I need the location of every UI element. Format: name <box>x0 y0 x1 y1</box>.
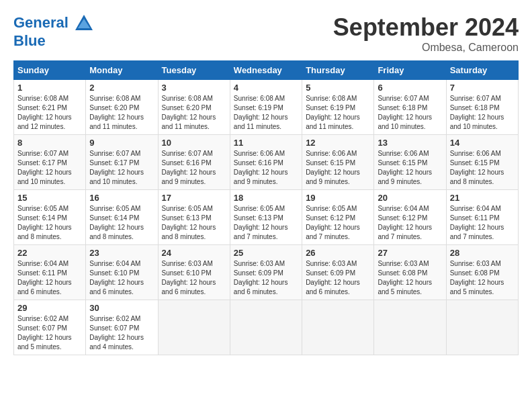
day-info: Sunrise: 6:02 AM Sunset: 6:07 PM Dayligh… <box>17 314 82 352</box>
week-row-3: 15Sunrise: 6:05 AM Sunset: 6:14 PM Dayli… <box>14 190 519 245</box>
calendar-cell: 11Sunrise: 6:06 AM Sunset: 6:16 PM Dayli… <box>230 135 302 190</box>
day-info: Sunrise: 6:07 AM Sunset: 6:17 PM Dayligh… <box>17 149 82 187</box>
calendar-header-row: SundayMondayTuesdayWednesdayThursdayFrid… <box>14 61 519 80</box>
logo-blue: Blue <box>13 34 94 48</box>
day-info: Sunrise: 6:05 AM Sunset: 6:14 PM Dayligh… <box>89 204 154 242</box>
day-number: 30 <box>89 303 154 313</box>
col-header-wednesday: Wednesday <box>230 61 302 80</box>
calendar-cell: 25Sunrise: 6:03 AM Sunset: 6:09 PM Dayli… <box>230 245 302 300</box>
location: Ombesa, Cameroon <box>333 42 519 54</box>
day-info: Sunrise: 6:07 AM Sunset: 6:18 PM Dayligh… <box>378 94 442 132</box>
day-info: Sunrise: 6:05 AM Sunset: 6:12 PM Dayligh… <box>306 204 370 242</box>
day-number: 18 <box>234 193 298 203</box>
day-number: 21 <box>450 193 515 203</box>
day-number: 2 <box>89 83 154 93</box>
day-info: Sunrise: 6:05 AM Sunset: 6:14 PM Dayligh… <box>17 204 82 242</box>
col-header-sunday: Sunday <box>14 61 86 80</box>
day-number: 8 <box>17 138 82 148</box>
calendar-cell: 5Sunrise: 6:08 AM Sunset: 6:19 PM Daylig… <box>302 80 374 135</box>
day-info: Sunrise: 6:08 AM Sunset: 6:20 PM Dayligh… <box>89 94 154 132</box>
calendar-cell <box>446 300 518 355</box>
calendar-cell <box>230 300 302 355</box>
day-number: 3 <box>162 83 226 93</box>
day-info: Sunrise: 6:03 AM Sunset: 6:08 PM Dayligh… <box>450 259 515 297</box>
page-header: General Blue September 2024 Ombesa, Came… <box>13 13 519 54</box>
day-number: 29 <box>17 303 82 313</box>
calendar-cell <box>302 300 374 355</box>
day-info: Sunrise: 6:08 AM Sunset: 6:21 PM Dayligh… <box>17 94 82 132</box>
day-number: 12 <box>306 138 370 148</box>
day-number: 9 <box>89 138 154 148</box>
calendar-cell: 24Sunrise: 6:03 AM Sunset: 6:10 PM Dayli… <box>158 245 230 300</box>
day-info: Sunrise: 6:06 AM Sunset: 6:15 PM Dayligh… <box>378 149 442 187</box>
day-info: Sunrise: 6:03 AM Sunset: 6:09 PM Dayligh… <box>234 259 298 297</box>
calendar-cell: 28Sunrise: 6:03 AM Sunset: 6:08 PM Dayli… <box>446 245 518 300</box>
day-info: Sunrise: 6:05 AM Sunset: 6:13 PM Dayligh… <box>162 204 226 242</box>
day-number: 4 <box>234 83 298 93</box>
day-number: 23 <box>89 248 154 258</box>
day-number: 27 <box>378 248 442 258</box>
day-number: 25 <box>234 248 298 258</box>
day-info: Sunrise: 6:04 AM Sunset: 6:11 PM Dayligh… <box>17 259 82 297</box>
calendar-cell: 6Sunrise: 6:07 AM Sunset: 6:18 PM Daylig… <box>374 80 446 135</box>
day-number: 13 <box>378 138 442 148</box>
calendar-cell: 7Sunrise: 6:07 AM Sunset: 6:18 PM Daylig… <box>446 80 518 135</box>
calendar-cell: 8Sunrise: 6:07 AM Sunset: 6:17 PM Daylig… <box>14 135 86 190</box>
day-info: Sunrise: 6:03 AM Sunset: 6:10 PM Dayligh… <box>162 259 226 297</box>
day-info: Sunrise: 6:04 AM Sunset: 6:12 PM Dayligh… <box>378 204 442 242</box>
day-info: Sunrise: 6:06 AM Sunset: 6:15 PM Dayligh… <box>450 149 515 187</box>
day-info: Sunrise: 6:04 AM Sunset: 6:10 PM Dayligh… <box>89 259 154 297</box>
day-number: 16 <box>89 193 154 203</box>
day-info: Sunrise: 6:08 AM Sunset: 6:19 PM Dayligh… <box>234 94 298 132</box>
calendar-cell: 14Sunrise: 6:06 AM Sunset: 6:15 PM Dayli… <box>446 135 518 190</box>
day-number: 22 <box>17 248 82 258</box>
calendar-table: SundayMondayTuesdayWednesdayThursdayFrid… <box>13 60 519 355</box>
week-row-4: 22Sunrise: 6:04 AM Sunset: 6:11 PM Dayli… <box>14 245 519 300</box>
col-header-thursday: Thursday <box>302 61 374 80</box>
day-info: Sunrise: 6:08 AM Sunset: 6:19 PM Dayligh… <box>306 94 370 132</box>
day-number: 10 <box>162 138 226 148</box>
day-info: Sunrise: 6:06 AM Sunset: 6:15 PM Dayligh… <box>306 149 370 187</box>
day-number: 7 <box>450 83 515 93</box>
day-number: 17 <box>162 193 226 203</box>
calendar-cell: 27Sunrise: 6:03 AM Sunset: 6:08 PM Dayli… <box>374 245 446 300</box>
calendar-cell: 15Sunrise: 6:05 AM Sunset: 6:14 PM Dayli… <box>14 190 86 245</box>
day-number: 15 <box>17 193 82 203</box>
day-number: 14 <box>450 138 515 148</box>
calendar-cell <box>374 300 446 355</box>
day-info: Sunrise: 6:06 AM Sunset: 6:16 PM Dayligh… <box>234 149 298 187</box>
day-number: 28 <box>450 248 515 258</box>
day-info: Sunrise: 6:05 AM Sunset: 6:13 PM Dayligh… <box>234 204 298 242</box>
calendar-cell: 17Sunrise: 6:05 AM Sunset: 6:13 PM Dayli… <box>158 190 230 245</box>
day-info: Sunrise: 6:03 AM Sunset: 6:08 PM Dayligh… <box>378 259 442 297</box>
calendar-cell: 10Sunrise: 6:07 AM Sunset: 6:16 PM Dayli… <box>158 135 230 190</box>
calendar-cell <box>158 300 230 355</box>
calendar-cell: 21Sunrise: 6:04 AM Sunset: 6:11 PM Dayli… <box>446 190 518 245</box>
day-number: 11 <box>234 138 298 148</box>
col-header-tuesday: Tuesday <box>158 61 230 80</box>
calendar-cell: 16Sunrise: 6:05 AM Sunset: 6:14 PM Dayli… <box>86 190 158 245</box>
title-block: September 2024 Ombesa, Cameroon <box>333 13 519 54</box>
day-info: Sunrise: 6:07 AM Sunset: 6:17 PM Dayligh… <box>89 149 154 187</box>
logo-text: General <box>13 13 94 34</box>
week-row-1: 1Sunrise: 6:08 AM Sunset: 6:21 PM Daylig… <box>14 80 519 135</box>
calendar-cell: 4Sunrise: 6:08 AM Sunset: 6:19 PM Daylig… <box>230 80 302 135</box>
day-info: Sunrise: 6:04 AM Sunset: 6:11 PM Dayligh… <box>450 204 515 242</box>
calendar-cell: 12Sunrise: 6:06 AM Sunset: 6:15 PM Dayli… <box>302 135 374 190</box>
month-title: September 2024 <box>333 13 519 42</box>
calendar-cell: 20Sunrise: 6:04 AM Sunset: 6:12 PM Dayli… <box>374 190 446 245</box>
week-row-5: 29Sunrise: 6:02 AM Sunset: 6:07 PM Dayli… <box>14 300 519 355</box>
calendar-cell: 13Sunrise: 6:06 AM Sunset: 6:15 PM Dayli… <box>374 135 446 190</box>
day-info: Sunrise: 6:07 AM Sunset: 6:16 PM Dayligh… <box>162 149 226 187</box>
day-info: Sunrise: 6:02 AM Sunset: 6:07 PM Dayligh… <box>89 314 154 352</box>
day-info: Sunrise: 6:07 AM Sunset: 6:18 PM Dayligh… <box>450 94 515 132</box>
day-number: 6 <box>378 83 442 93</box>
day-number: 20 <box>378 193 442 203</box>
calendar-cell: 9Sunrise: 6:07 AM Sunset: 6:17 PM Daylig… <box>86 135 158 190</box>
col-header-saturday: Saturday <box>446 61 518 80</box>
calendar-cell: 26Sunrise: 6:03 AM Sunset: 6:09 PM Dayli… <box>302 245 374 300</box>
calendar-cell: 30Sunrise: 6:02 AM Sunset: 6:07 PM Dayli… <box>86 300 158 355</box>
col-header-friday: Friday <box>374 61 446 80</box>
calendar-cell: 23Sunrise: 6:04 AM Sunset: 6:10 PM Dayli… <box>86 245 158 300</box>
day-number: 26 <box>306 248 370 258</box>
